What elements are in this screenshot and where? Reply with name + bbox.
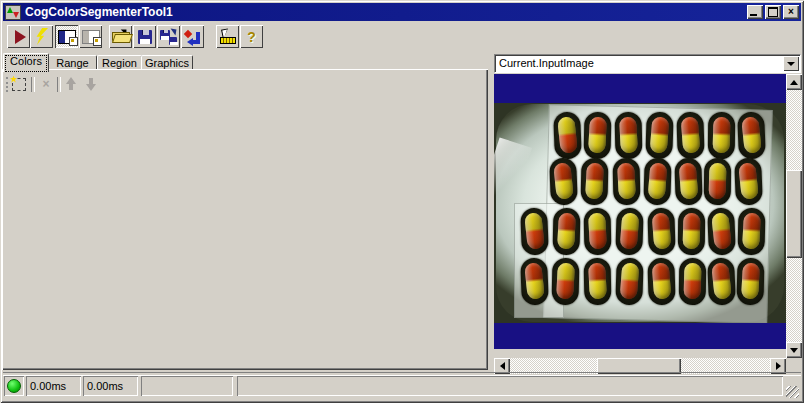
capsule <box>585 163 604 200</box>
show-input-image-button[interactable] <box>55 25 78 48</box>
pill-blister <box>647 258 675 306</box>
capsule <box>588 213 607 250</box>
app-icon <box>5 5 21 20</box>
capsule <box>738 162 759 200</box>
pill-blister <box>737 112 766 160</box>
colors-tab-page <box>2 69 488 370</box>
save-button[interactable] <box>133 25 156 48</box>
help-button[interactable]: ? <box>240 25 263 48</box>
tab-colors[interactable]: Colors <box>3 53 49 72</box>
capsule <box>557 213 576 250</box>
status-time-panel-2: 0.00ms <box>83 376 138 396</box>
save-as-icon <box>160 29 177 45</box>
dropdown-button[interactable] <box>783 56 799 71</box>
minimize-button[interactable] <box>747 5 763 19</box>
reset-button[interactable] <box>181 25 204 48</box>
capsule <box>713 117 731 153</box>
image-selector-dropdown[interactable]: Current.InputImage <box>494 54 801 73</box>
pill-blister <box>645 112 673 160</box>
resize-grip[interactable] <box>786 386 799 398</box>
move-down-button[interactable] <box>82 75 100 93</box>
lightning-icon <box>35 28 48 45</box>
capsule <box>679 162 699 199</box>
up-arrow-icon <box>790 80 798 85</box>
capsule <box>557 116 578 154</box>
status-led-icon <box>7 379 21 393</box>
image-selector-value: Current.InputImage <box>499 57 594 70</box>
image-bottom-band <box>494 323 786 349</box>
pill-blister <box>647 208 675 256</box>
pill-blister <box>676 112 704 160</box>
scroll-up-button[interactable] <box>786 74 802 90</box>
status-time-panel-1: 0.00ms <box>26 376 81 396</box>
pill-blister <box>678 208 705 255</box>
maximize-button[interactable] <box>765 5 781 19</box>
record-image-icon <box>82 30 100 44</box>
pill-blister <box>734 158 763 206</box>
pill-blister <box>584 258 612 305</box>
pill-blister <box>553 112 582 160</box>
pill-blister <box>520 208 549 256</box>
pill-blister <box>704 158 731 205</box>
show-record-button[interactable] <box>79 25 102 48</box>
capsule <box>683 213 701 249</box>
pill-blister <box>707 258 736 306</box>
save-as-button[interactable] <box>157 25 180 48</box>
tool-window: CogColorSegmenterTool1 × <box>0 0 804 403</box>
pill-blister <box>615 112 643 159</box>
capsule <box>619 117 638 154</box>
image-display[interactable] <box>494 74 786 358</box>
capsule <box>684 263 702 299</box>
pill-blister <box>737 258 765 305</box>
pill-blister <box>708 112 735 159</box>
position-tool-button[interactable] <box>216 25 239 48</box>
pill-blister <box>584 208 612 255</box>
capsule <box>711 262 732 300</box>
image-gray-strip <box>494 349 786 358</box>
close-icon: × <box>788 7 794 17</box>
delete-icon: × <box>42 78 49 90</box>
pill-blister <box>581 158 609 205</box>
toolbar-grip[interactable] <box>6 77 8 92</box>
run-button[interactable] <box>7 25 30 48</box>
capsule <box>711 212 732 250</box>
capsule <box>709 163 727 199</box>
pill-blister <box>615 208 643 256</box>
main-toolbar: ? <box>3 21 801 52</box>
status-led-panel <box>4 376 24 396</box>
right-arrow-icon <box>776 362 781 370</box>
status-panel-3 <box>141 376 233 396</box>
capsule <box>524 262 545 300</box>
status-panel-4 <box>237 376 783 396</box>
scrollbar-thumb[interactable] <box>786 170 802 258</box>
pill-blister <box>613 158 641 205</box>
close-button[interactable]: × <box>783 5 799 19</box>
capsule <box>556 263 575 300</box>
capsule <box>652 212 672 249</box>
pill-blister <box>679 258 706 305</box>
input-image-icon <box>58 30 76 44</box>
delete-color-button[interactable]: × <box>37 75 55 93</box>
pill-blister <box>520 258 549 306</box>
capsule <box>648 162 668 199</box>
capsule <box>620 212 640 249</box>
open-button[interactable] <box>109 25 132 48</box>
minimize-icon <box>750 14 757 16</box>
add-color-button[interactable] <box>10 75 28 93</box>
electric-run-button[interactable] <box>30 25 53 48</box>
capsule <box>741 116 762 154</box>
pill-blister <box>643 158 671 206</box>
toolbar-separator <box>31 77 35 92</box>
open-folder-icon <box>112 30 129 43</box>
capsule <box>650 116 670 153</box>
window-title: CogColorSegmenterTool1 <box>25 5 747 19</box>
pill-blister-image <box>494 103 786 323</box>
pill-blister <box>707 208 736 256</box>
pill-blister <box>549 158 578 206</box>
scroll-down-button[interactable] <box>786 342 802 358</box>
vertical-scrollbar[interactable] <box>786 74 802 358</box>
move-up-button[interactable] <box>62 75 80 93</box>
pointer-ruler-icon <box>220 29 236 45</box>
capsule <box>588 263 607 300</box>
new-item-icon <box>12 78 26 91</box>
